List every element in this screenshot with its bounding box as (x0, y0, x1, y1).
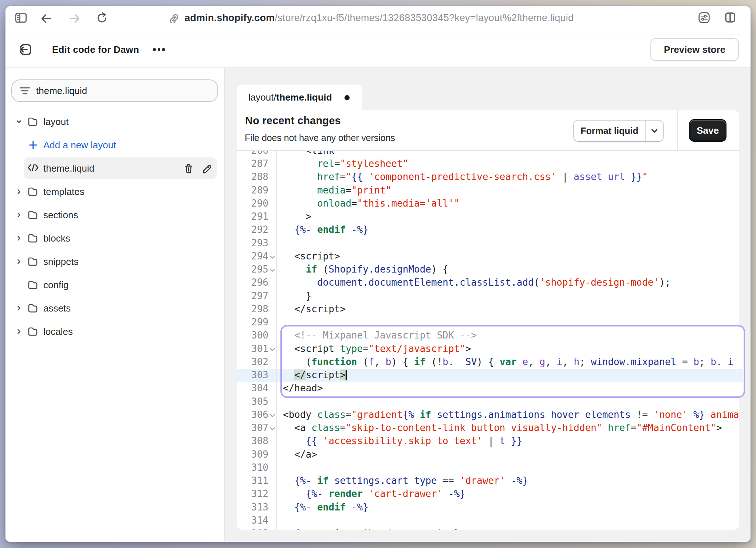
chevron-right-icon[interactable] (16, 212, 22, 218)
line-number: 312 (237, 487, 268, 500)
sidebar-item-assets[interactable]: assets (5, 298, 225, 318)
code-line[interactable]: </head> (283, 381, 323, 395)
file-sidebar: theme.liquid layoutAdd a new layouttheme… (5, 68, 225, 542)
folder-icon (27, 210, 38, 220)
code-line[interactable]: {%- endif -%} (283, 223, 369, 236)
sidebar-item-label: locales (43, 321, 73, 342)
code-line[interactable]: } (283, 289, 311, 302)
sidebar-item-locales[interactable]: locales (5, 321, 225, 342)
folder-icon (27, 279, 38, 290)
sidebar-item-config[interactable]: config (5, 275, 225, 295)
preview-store-button[interactable]: Preview store (650, 38, 739, 61)
code-line[interactable]: if (Shopify.designMode) { (283, 263, 448, 276)
code-line[interactable]: <link (283, 151, 334, 157)
chevron-right-icon[interactable] (16, 328, 22, 335)
fold-chevron-icon[interactable] (269, 250, 276, 263)
tab-theme-liquid[interactable]: layout/theme.liquid (237, 85, 362, 110)
line-number: 310 (237, 461, 268, 474)
code-line[interactable]: (function (f, b) { if (!b.__SV) { var e,… (283, 355, 733, 368)
line-number: 294 (237, 250, 268, 263)
line-number: 306 (237, 408, 268, 421)
trash-icon[interactable] (184, 164, 193, 173)
code-line[interactable]: <script> (283, 250, 340, 263)
browser-window: admin.shopify.com/store/rzq1xu-f5/themes… (5, 6, 751, 542)
line-number: 307 (237, 421, 268, 434)
url-path: /store/rzq1xu-f5/themes/132683530345?key… (275, 12, 574, 24)
tab-file-name: theme.liquid (276, 92, 332, 103)
sidebar-item-add-layout[interactable]: Add a new layout (5, 135, 225, 155)
code-line[interactable]: {% sections 'header-group' %} (283, 527, 460, 530)
file-search-input[interactable]: theme.liquid (11, 79, 218, 102)
address-bar[interactable]: admin.shopify.com/store/rzq1xu-f5/themes… (169, 6, 574, 30)
code-line[interactable]: <!-- Mixpanel Javascript SDK --> (283, 329, 477, 342)
code-line[interactable]: </script> (283, 302, 346, 316)
line-number: 301 (237, 342, 268, 355)
save-button[interactable]: Save (689, 119, 727, 142)
line-number: 291 (237, 210, 268, 223)
content-area: theme.liquid layoutAdd a new layouttheme… (5, 68, 751, 542)
desktop-background: admin.shopify.com/store/rzq1xu-f5/themes… (0, 0, 756, 548)
fold-chevron-icon[interactable] (269, 263, 276, 276)
sidebar-item-label: Add a new layout (43, 135, 116, 155)
code-line[interactable]: media="print" (283, 184, 391, 197)
exit-icon[interactable] (19, 43, 32, 56)
forward-icon (69, 13, 80, 24)
unsaved-dot (344, 95, 350, 100)
code-line[interactable]: {{ 'accessibility.skip_to_text' | t }} (283, 434, 522, 447)
code-line[interactable]: <body class="gradient{% if settings.anim… (283, 408, 739, 421)
sidebar-item-templates[interactable]: templates (5, 181, 225, 202)
split-view-icon[interactable] (725, 12, 735, 23)
page-settings-icon[interactable] (698, 12, 710, 23)
line-number: 300 (237, 329, 268, 342)
code-line[interactable]: </script> (283, 368, 347, 381)
sidebar-item-snippets[interactable]: snippets (5, 251, 225, 272)
browser-toolbar: admin.shopify.com/store/rzq1xu-f5/themes… (5, 6, 751, 35)
chevron-right-icon[interactable] (16, 305, 22, 312)
chevron-right-icon[interactable] (16, 188, 22, 195)
more-menu-button[interactable] (153, 35, 165, 64)
code-line[interactable]: <a class="skip-to-content-link button vi… (283, 421, 722, 434)
code-line[interactable]: {%- if settings.cart_type == 'drawer' -%… (283, 474, 528, 487)
fold-chevron-icon[interactable] (269, 342, 276, 355)
code-line[interactable]: > (283, 210, 311, 223)
chevron-down-icon[interactable] (16, 118, 22, 125)
sidebar-item-blocks[interactable]: blocks (5, 228, 225, 248)
code-line[interactable]: </a> (283, 448, 317, 461)
code-line[interactable]: {%- endif -%} (283, 501, 369, 514)
changes-title: No recent changes (245, 115, 341, 127)
code-line[interactable]: rel="stylesheet" (283, 157, 408, 170)
sidebar-item-sections[interactable]: sections (5, 205, 225, 225)
code-line[interactable]: {%- render 'cart-drawer' -%} (283, 487, 465, 500)
back-icon[interactable] (41, 13, 52, 24)
line-number: 289 (237, 184, 268, 197)
fold-chevron-icon[interactable] (269, 421, 276, 434)
line-number: 313 (237, 501, 268, 514)
code-line[interactable]: href="{{ 'component-predictive-search.cs… (283, 170, 648, 183)
fold-chevron-icon[interactable] (269, 408, 276, 421)
folder-icon (27, 326, 38, 337)
code-line[interactable]: document.documentElement.classList.add('… (283, 276, 670, 289)
search-value: theme.liquid (36, 85, 87, 97)
line-number: 299 (237, 316, 268, 329)
sidebar-item-theme-liquid[interactable]: theme.liquid (5, 158, 225, 179)
format-liquid-button[interactable]: Format liquid (573, 120, 664, 142)
sidebar-item-label: theme.liquid (43, 158, 94, 179)
filter-icon (20, 86, 30, 95)
code-editor[interactable]: 286 <link287 rel="stylesheet"288 href="{… (237, 151, 739, 530)
line-number: 296 (237, 276, 268, 289)
sidebar-item-layout[interactable]: layout (5, 111, 225, 132)
line-number: 311 (237, 474, 268, 487)
sidebar-toggle-icon[interactable] (15, 13, 27, 23)
code-line[interactable]: onload="this.media='all'" (283, 197, 460, 210)
reload-icon[interactable] (97, 12, 107, 24)
folder-icon (27, 233, 38, 244)
line-number: 302 (237, 355, 268, 368)
chevron-right-icon[interactable] (16, 258, 22, 265)
pencil-icon[interactable] (202, 164, 212, 173)
format-options-button[interactable] (646, 121, 663, 141)
sidebar-item-label: snippets (43, 251, 79, 272)
code-line[interactable]: <script type="text/javascript"> (283, 342, 471, 355)
chevron-right-icon[interactable] (16, 235, 22, 242)
editor-toolbar: No recent changes File does not have any… (237, 110, 739, 151)
sidebar-item-label: templates (43, 181, 84, 202)
